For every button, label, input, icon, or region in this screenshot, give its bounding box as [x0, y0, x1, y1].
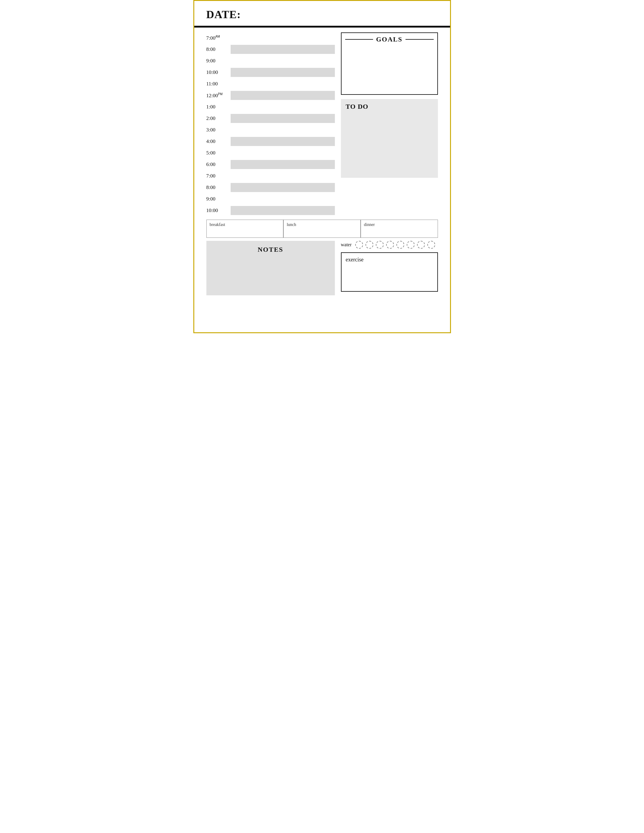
goals-title-row: GOALS — [341, 33, 437, 46]
time-bar-100 — [231, 102, 335, 111]
time-row-200: 2:00 — [206, 113, 335, 124]
water-circle-7[interactable] — [417, 241, 425, 249]
time-label-1100: 11:00 — [206, 81, 231, 87]
exercise-box[interactable]: exercise — [341, 252, 438, 292]
time-row-800pm: 8:00 — [206, 182, 335, 193]
goals-line-right — [406, 39, 433, 40]
water-label: water — [341, 242, 352, 248]
time-label-700am: 7:00AM — [206, 35, 231, 41]
water-circle-8[interactable] — [427, 241, 435, 249]
time-bar-1100 — [231, 79, 335, 88]
lunch-label: lunch — [287, 222, 296, 227]
time-row-1000: 10:00 — [206, 67, 335, 78]
notes-title: NOTES — [258, 246, 283, 254]
water-circle-1[interactable] — [355, 241, 363, 249]
main-content: 7:00AM 8:00 9:00 10:00 11:00 12:00PM — [194, 27, 450, 220]
time-row-400: 4:00 — [206, 136, 335, 147]
time-label-900pm: 9:00 — [206, 196, 231, 202]
time-bar-900 — [231, 56, 335, 66]
header-section: DATE: — [194, 1, 450, 26]
time-bar-200[interactable] — [231, 114, 335, 123]
todo-title: TO DO — [346, 103, 433, 111]
time-bar-1000[interactable] — [231, 68, 335, 77]
water-circle-5[interactable] — [396, 241, 404, 249]
time-bar-600[interactable] — [231, 160, 335, 169]
time-row-1000pm: 10:00 — [206, 205, 335, 216]
time-row-1200pm: 12:00PM — [206, 90, 335, 101]
time-label-200: 2:00 — [206, 116, 231, 121]
goals-box[interactable]: GOALS — [341, 32, 438, 95]
breakfast-box[interactable]: breakfast — [206, 220, 284, 238]
todo-box[interactable]: TO DO — [341, 99, 438, 178]
water-circle-4[interactable] — [386, 241, 394, 249]
schedule-column: 7:00AM 8:00 9:00 10:00 11:00 12:00PM — [206, 32, 341, 217]
water-circle-2[interactable] — [365, 241, 374, 249]
time-label-500: 5:00 — [206, 150, 231, 156]
time-row-700am: 7:00AM — [206, 32, 335, 43]
time-label-1000: 10:00 — [206, 69, 231, 76]
water-circle-3[interactable] — [376, 241, 384, 249]
time-label-400: 4:00 — [206, 138, 231, 145]
dinner-label: dinner — [364, 222, 375, 227]
time-row-700: 7:00 — [206, 170, 335, 182]
notes-box[interactable]: NOTES — [206, 241, 335, 295]
time-row-1100: 11:00 — [206, 79, 335, 89]
time-bar-700am — [231, 33, 335, 42]
breakfast-label: breakfast — [210, 222, 225, 227]
right-bottom-section: water exercise — [341, 241, 438, 295]
time-label-800pm: 8:00 — [206, 185, 231, 191]
bottom-section: NOTES water exercise — [194, 241, 450, 301]
time-bar-500 — [231, 148, 335, 158]
goals-title: GOALS — [376, 35, 402, 43]
exercise-label: exercise — [346, 257, 433, 263]
time-label-900: 9:00 — [206, 58, 231, 64]
time-label-300: 3:00 — [206, 127, 231, 133]
time-label-800: 8:00 — [206, 47, 231, 52]
lunch-box[interactable]: lunch — [283, 220, 361, 238]
time-row-800: 8:00 — [206, 44, 335, 55]
time-label-700: 7:00 — [206, 173, 231, 179]
time-bar-700 — [231, 172, 335, 180]
daily-planner-page: DATE: 7:00AM 8:00 9:00 10:00 11:00 — [193, 0, 451, 333]
time-bar-400[interactable] — [231, 137, 335, 146]
time-bar-800[interactable] — [231, 45, 335, 54]
right-column: GOALS TO DO — [341, 32, 438, 217]
goals-line-left — [345, 39, 373, 40]
time-label-600: 6:00 — [206, 161, 231, 167]
time-bar-900pm — [231, 195, 335, 204]
time-label-100: 1:00 — [206, 104, 231, 110]
dinner-box[interactable]: dinner — [361, 220, 438, 238]
time-bar-800pm[interactable] — [231, 183, 335, 192]
goals-content[interactable] — [341, 46, 437, 94]
meals-section: breakfast lunch dinner — [194, 220, 450, 238]
time-bar-300 — [231, 125, 335, 135]
time-row-900pm: 9:00 — [206, 193, 335, 204]
time-row-100: 1:00 — [206, 101, 335, 113]
time-row-300: 3:00 — [206, 124, 335, 135]
time-label-1200pm: 12:00PM — [206, 92, 231, 99]
time-row-500: 5:00 — [206, 148, 335, 158]
time-bar-1000pm[interactable] — [231, 206, 335, 215]
date-label: DATE: — [206, 8, 438, 21]
time-row-600: 6:00 — [206, 159, 335, 170]
time-label-1000pm: 10:00 — [206, 207, 231, 214]
water-circle-6[interactable] — [407, 241, 415, 249]
time-row-900: 9:00 — [206, 55, 335, 66]
water-tracker: water — [341, 241, 438, 249]
time-bar-1200pm[interactable] — [231, 91, 335, 100]
